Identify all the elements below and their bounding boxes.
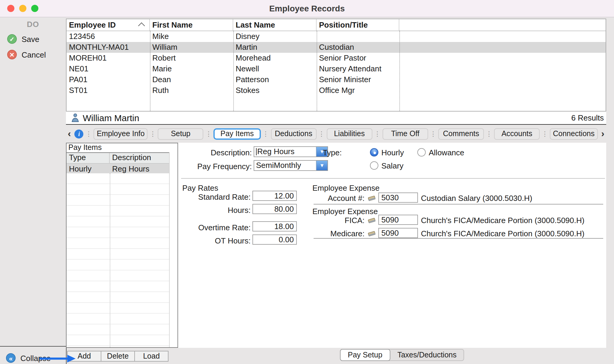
medicare-account-input[interactable]: 5090 xyxy=(378,228,418,238)
employee-row-empty xyxy=(67,96,606,107)
column-separator xyxy=(317,31,317,111)
cell-employee-id: NE01 xyxy=(67,64,150,74)
cell-employee-id: MOREH01 xyxy=(67,53,150,64)
tab-separator-icon: ⋮ xyxy=(262,130,269,138)
cell-last-name: Newell xyxy=(233,64,317,74)
employee-row[interactable]: ST01 Ruth Stokes Office Mgr xyxy=(67,85,606,96)
column-separator xyxy=(150,31,151,111)
employee-row-selected[interactable]: MONTHLY-MA01 William Martin Custodian xyxy=(67,42,606,53)
pay-items-column-type[interactable]: Type xyxy=(67,153,110,163)
cancel-button[interactable]: ✕ Cancel xyxy=(7,49,46,60)
tabs-scroll-left-icon[interactable]: ‹ xyxy=(66,128,73,140)
pay-items-detail-panel: Pay Items Type Description Hourly Reg Ho… xyxy=(66,143,606,348)
tab-separator-icon: ⋮ xyxy=(318,130,325,138)
results-count: 6 Results xyxy=(571,113,604,122)
pay-frequency-dropdown-button[interactable]: ▾ xyxy=(316,161,327,170)
radio-allowance-label: Allowance xyxy=(429,148,464,157)
radio-hourly[interactable]: Hourly xyxy=(370,148,404,157)
pay-items-scrollbar-gutter[interactable] xyxy=(169,152,177,347)
pay-item-description: Reg Hours xyxy=(110,164,177,175)
cell-first-name: William xyxy=(150,42,233,53)
standard-rate-input[interactable]: 12.00 xyxy=(252,191,297,201)
pay-frequency-combobox[interactable]: SemiMonthly ▾ xyxy=(254,160,328,171)
column-header-employee-id[interactable]: Employee ID xyxy=(67,19,150,31)
tab-liabilities[interactable]: Liabilities xyxy=(326,128,372,139)
radio-unselected-icon xyxy=(370,161,378,170)
column-header-first-name[interactable]: First Name xyxy=(150,19,233,31)
expense-divider xyxy=(314,204,603,204)
cell-position xyxy=(317,31,399,42)
standard-rate-label: Standard Rate: xyxy=(180,192,251,202)
employee-row[interactable]: MOREH01 Robert Morehead Senior Pastor xyxy=(67,53,606,64)
cell-position: Senior Pastor xyxy=(317,53,399,64)
annotation-arrow xyxy=(38,354,77,363)
sidebar-divider xyxy=(0,346,66,347)
tab-time-off[interactable]: Time Off xyxy=(383,128,428,139)
account-number-description: Custodian Salary (3000.5030.H) xyxy=(421,193,532,203)
column-header-filler xyxy=(399,19,606,31)
delete-button[interactable]: Delete xyxy=(101,351,135,362)
employee-row[interactable]: PA01 Dean Patterson Senior Minister xyxy=(67,74,606,85)
save-button[interactable]: ✓ Save xyxy=(7,34,39,44)
employee-row[interactable]: NE01 Marie Newell Nursery Attendant xyxy=(67,64,606,74)
tab-pay-setup[interactable]: Pay Setup xyxy=(340,349,390,361)
text-cursor xyxy=(256,148,257,155)
window-title: Employee Records xyxy=(0,0,614,17)
cell-last-name: Disney xyxy=(233,31,317,42)
radio-salary[interactable]: Salary xyxy=(370,161,404,170)
overtime-rate-input[interactable]: 18.00 xyxy=(252,221,297,231)
bottom-tab-bar: Pay Setup Taxes/Deductions xyxy=(340,349,464,361)
cell-position: Nursery Attendant xyxy=(317,64,399,74)
cell-first-name: Marie xyxy=(150,64,233,74)
employee-row[interactable]: 123456 Mike Disney xyxy=(67,31,606,42)
tabs-scroll-right-icon[interactable]: › xyxy=(599,128,606,140)
tab-connections[interactable]: Connections xyxy=(550,128,598,139)
tab-pay-items[interactable]: Pay Items xyxy=(214,128,261,139)
account-lookup-icon[interactable] xyxy=(367,194,377,202)
pay-item-type: Hourly xyxy=(67,164,110,175)
tab-taxes-deductions[interactable]: Taxes/Deductions xyxy=(390,350,463,360)
save-button-label: Save xyxy=(22,34,39,43)
radio-allowance[interactable]: Allowance xyxy=(417,148,464,157)
pay-items-column-description[interactable]: Description xyxy=(110,153,177,163)
cell-first-name: Ruth xyxy=(150,85,233,96)
cell-employee-id: 123456 xyxy=(67,31,150,42)
tab-separator-icon: ⋮ xyxy=(430,130,437,138)
account-lookup-icon[interactable] xyxy=(367,229,377,237)
column-header-position-title[interactable]: Position/Title xyxy=(317,19,399,31)
info-icon[interactable]: i xyxy=(75,129,84,138)
ot-hours-input[interactable]: 0.00 xyxy=(252,234,297,245)
column-header-last-name[interactable]: Last Name xyxy=(233,19,317,31)
collapse-chevrons-icon: « xyxy=(6,353,16,363)
radio-hourly-label: Hourly xyxy=(381,148,404,157)
account-lookup-icon[interactable] xyxy=(367,216,377,224)
cell-last-name: Martin xyxy=(233,42,317,53)
medicare-label: Medicare: xyxy=(312,228,365,239)
do-panel-header: DO xyxy=(0,20,66,29)
expense-divider xyxy=(314,238,603,239)
tab-setup[interactable]: Setup xyxy=(158,128,204,139)
pay-rates-title: Pay Rates xyxy=(182,183,218,193)
cell-position: Office Mgr xyxy=(317,85,399,96)
type-label: Type: xyxy=(317,148,342,158)
fica-account-description: Church's FICA/Medicare Portion (3000.509… xyxy=(421,215,584,225)
pay-item-row-selected[interactable]: Hourly Reg Hours xyxy=(67,164,177,175)
radio-unselected-icon xyxy=(417,148,426,157)
tab-comments[interactable]: Comments xyxy=(438,128,484,139)
section-divider xyxy=(181,178,605,179)
hours-input[interactable]: 80.00 xyxy=(252,204,297,214)
account-number-input[interactable]: 5030 xyxy=(378,192,418,203)
cell-employee-id: ST01 xyxy=(67,85,150,96)
tab-employee-info[interactable]: Employee Info xyxy=(94,128,148,139)
tab-accounts[interactable]: Accounts xyxy=(494,128,540,139)
load-button[interactable]: Load xyxy=(134,351,168,362)
fica-account-input[interactable]: 5090 xyxy=(378,215,418,225)
detail-tab-bar: ‹ i ⋮ Employee Info ⋮ Setup ⋮ Pay Items … xyxy=(66,127,606,140)
cell-employee-id: MONTHLY-MA01 xyxy=(67,42,150,53)
tab-deductions[interactable]: Deductions xyxy=(271,128,316,139)
cell-first-name: Mike xyxy=(150,31,233,42)
account-number-label: Account #: xyxy=(312,193,365,203)
column-separator xyxy=(233,31,234,111)
cancel-x-icon: ✕ xyxy=(7,50,17,59)
pay-items-column-separator xyxy=(110,173,110,347)
